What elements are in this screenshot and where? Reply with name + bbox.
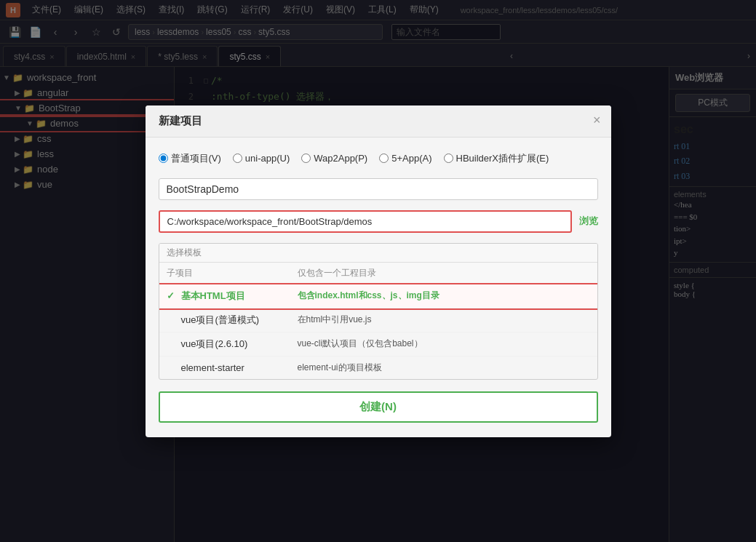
template-section-title: 选择模板 [159, 244, 597, 263]
template-desc-basic: 包含index.html和css、js、img目录 [298, 290, 590, 302]
dialog-overlay: 新建项目 × 普通项目(V) uni-app(U) Wap2App(P) 5+A… [0, 0, 756, 542]
template-name-vue-normal: vue项目(普通模式) [181, 314, 298, 327]
template-header-row: 子项目 仅包含一个工程目录 [159, 263, 597, 284]
template-desc-element: element-ui的项目模板 [298, 362, 590, 374]
project-type-radio-group: 普通项目(V) uni-app(U) Wap2App(P) 5+App(A) H… [159, 152, 598, 165]
radio-normal-project[interactable]: 普通项目(V) [159, 152, 221, 165]
radio-hbuilderx-plugin[interactable]: HBuilderX插件扩展(E) [444, 152, 549, 165]
template-name-vue-2610: vue项目(2.6.10) [181, 338, 298, 351]
dialog-title: 新建项目 [146, 105, 611, 138]
radio-uniapp[interactable]: uni-app(U) [233, 153, 290, 164]
template-row-element-starter[interactable]: element-starter element-ui的项目模板 [159, 356, 597, 379]
radio-wap2app[interactable]: Wap2App(P) [301, 153, 367, 164]
project-name-row [159, 178, 598, 200]
template-col-desc-header: 仅包含一个工程目录 [298, 267, 590, 279]
dialog-body: 普通项目(V) uni-app(U) Wap2App(P) 5+App(A) H… [146, 138, 611, 437]
template-row-vue-2610[interactable]: vue项目(2.6.10) vue-cli默认项目（仅包含babel） [159, 332, 597, 356]
project-name-input[interactable] [159, 178, 598, 200]
template-name-element: element-starter [181, 362, 298, 373]
dialog-close-button[interactable]: × [593, 113, 601, 128]
template-check-basic: ✓ [167, 290, 181, 301]
template-row-vue-normal[interactable]: vue项目(普通模式) 在html中引用vue.js [159, 308, 597, 332]
project-path-row: 浏览 [159, 210, 598, 233]
template-name-basic: 基本HTML项目 [181, 290, 298, 303]
template-col-name-header: 子项目 [167, 267, 298, 279]
template-section: 选择模板 子项目 仅包含一个工程目录 ✓ 基本HTML项目 包含index.ht… [159, 243, 598, 380]
create-project-button[interactable]: 创建(N) [159, 391, 598, 423]
template-desc-vue-2610: vue-cli默认项目（仅包含babel） [298, 338, 590, 350]
template-desc-vue-normal: 在html中引用vue.js [298, 314, 590, 326]
radio-5app[interactable]: 5+App(A) [379, 153, 431, 164]
new-project-dialog: 新建项目 × 普通项目(V) uni-app(U) Wap2App(P) 5+A… [146, 105, 611, 437]
template-row-basic-html[interactable]: ✓ 基本HTML项目 包含index.html和css、js、img目录 [159, 284, 597, 308]
browse-button[interactable]: 浏览 [579, 215, 598, 228]
project-path-input[interactable] [159, 210, 572, 233]
